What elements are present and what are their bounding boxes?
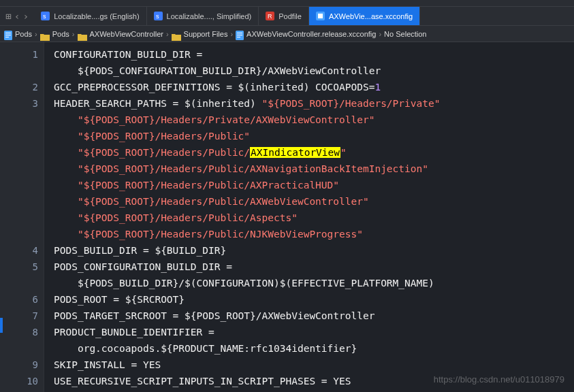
breadcrumb-bar: Pods›Pods›AXWebViewController›Support Fi… — [0, 26, 574, 42]
tab-3[interactable]: AXWebVie...ase.xcconfig — [309, 7, 420, 25]
line-number — [0, 63, 38, 79]
code-token: "${PODS_ROOT}/Headers/Private" — [262, 98, 441, 109]
code-token: GCC_PREPROCESSOR_DEFINITIONS = $(inherit… — [54, 82, 374, 93]
code-area[interactable]: CONFIGURATION_BUILD_DIR = ${PODS_CONFIGU… — [44, 42, 574, 392]
gutter-sidebar — [0, 42, 3, 392]
chevron-right-icon: › — [35, 26, 37, 42]
breadcrumb-item[interactable]: Pods — [4, 26, 32, 42]
line-number: 3 — [0, 95, 38, 112]
code-line[interactable]: "${PODS_ROOT}/Headers/Public/Aspects" — [54, 210, 574, 226]
code-token: PODS_ROOT = ${SRCROOT} — [54, 294, 185, 305]
line-number — [0, 275, 38, 291]
line-number: 6 — [0, 291, 38, 308]
tab-label: AXWebVie...ase.xcconfig — [329, 8, 413, 24]
tab-label: Podfile — [278, 8, 302, 24]
line-number — [0, 177, 38, 193]
code-token: HEADER_SEARCH_PATHS = $(inherited) — [54, 98, 262, 109]
code-token: SKIP_INSTALL = YES — [54, 359, 161, 370]
code-token: USE_RECURSIVE_SCRIPT_INPUTS_IN_SCRIPT_PH… — [54, 376, 351, 387]
breadcrumb-item[interactable]: Support Files — [172, 26, 228, 42]
code-line[interactable]: "${PODS_ROOT}/Headers/Public/AXPractical… — [54, 177, 574, 193]
code-token: AXIndicatorView — [250, 147, 340, 158]
code-line[interactable]: PRODUCT_BUNDLE_IDENTIFIER = — [54, 324, 574, 340]
folder-icon — [40, 30, 50, 37]
svg-rect-15 — [237, 37, 240, 37]
strings-file-icon: s — [154, 12, 163, 20]
code-token: ${PODS_CONFIGURATION_BUILD_DIR}/AXWebVie… — [54, 65, 381, 76]
nav-back-icon[interactable]: ‹ — [14, 8, 20, 24]
breadcrumb-label: Pods — [15, 26, 32, 42]
chevron-right-icon: › — [230, 26, 233, 42]
breadcrumb-item[interactable]: No Selection — [384, 26, 426, 42]
line-number: 4 — [0, 242, 38, 259]
code-token: "${PODS_ROOT}/Headers/Public/AXNavigatio… — [78, 163, 428, 174]
line-number: 7 — [0, 308, 38, 324]
code-line[interactable]: PODS_BUILD_DIR = ${BUILD_DIR} — [54, 242, 574, 259]
code-line[interactable]: PODS_ROOT = ${SRCROOT} — [54, 291, 574, 308]
breadcrumb-label: Pods — [52, 26, 69, 42]
svg-rect-14 — [237, 35, 242, 35]
code-line[interactable]: ${PODS_BUILD_DIR}/$(CONFIGURATION)$(EFFE… — [54, 275, 574, 291]
breadcrumb-label: No Selection — [384, 26, 426, 42]
code-token — [54, 131, 78, 142]
line-number: 10 — [0, 373, 38, 389]
code-token: "${PODS_ROOT}/Headers/Public" — [78, 131, 250, 142]
chevron-right-icon: › — [72, 26, 75, 42]
line-number: 1 — [0, 46, 38, 63]
svg-text:R: R — [268, 13, 272, 20]
code-token: "${PODS_ROOT}/Headers/Private/AXWebViewC… — [78, 114, 375, 125]
line-number — [0, 128, 38, 144]
code-line[interactable]: "${PODS_ROOT}/Headers/Public/AXNavigatio… — [54, 161, 574, 177]
code-token: "${PODS_ROOT}/Headers/Public/AXPractical… — [78, 180, 339, 191]
breadcrumb-item[interactable]: Pods — [40, 26, 69, 42]
tab-1[interactable]: sLocalizable...., Simplified) — [147, 7, 259, 25]
code-line[interactable]: CONFIGURATION_BUILD_DIR = — [54, 46, 574, 63]
code-line[interactable]: "${PODS_ROOT}/Headers/Public" — [54, 128, 574, 144]
line-number — [0, 340, 38, 357]
code-token — [54, 196, 78, 207]
file-icon — [236, 29, 244, 39]
code-line[interactable]: ${PODS_CONFIGURATION_BUILD_DIR}/AXWebVie… — [54, 63, 574, 79]
code-line[interactable]: HEADER_SEARCH_PATHS = $(inherited) "${PO… — [54, 95, 574, 112]
editor: 1234567891011 CONFIGURATION_BUILD_DIR = … — [0, 42, 574, 392]
code-token — [54, 180, 78, 191]
chevron-right-icon: › — [379, 26, 381, 42]
svg-rect-11 — [5, 37, 9, 37]
code-token: "${PODS_ROOT}/Headers/Public/NJKWebViewP… — [78, 229, 363, 240]
tab-2[interactable]: RPodfile — [259, 7, 309, 25]
nav-forward-icon[interactable]: › — [22, 8, 29, 24]
file-icon — [4, 29, 12, 39]
gutter-marker[interactable] — [0, 318, 3, 333]
code-token — [54, 212, 78, 223]
code-line[interactable]: GCC_PREPROCESSOR_DEFINITIONS = $(inherit… — [54, 79, 574, 95]
code-line[interactable]: "${PODS_ROOT}/Headers/Public/NJKWebViewP… — [54, 226, 574, 242]
code-line[interactable]: "${PODS_ROOT}/Headers/Public/AXIndicator… — [54, 144, 574, 161]
tab-nav-controls: ⊞ ‹ › — [0, 7, 34, 25]
code-token — [54, 163, 78, 174]
code-line[interactable]: PODS_TARGET_SRCROOT = ${PODS_ROOT}/AXWeb… — [54, 308, 574, 324]
folder-icon — [172, 30, 181, 37]
line-number — [0, 112, 38, 128]
top-toolbar — [0, 0, 574, 7]
code-token: CONFIGURATION_BUILD_DIR = — [54, 49, 202, 60]
tab-bar: ⊞ ‹ › sLocalizable....gs (English)sLocal… — [0, 7, 574, 26]
breadcrumb-item[interactable]: AXWebViewController.release.xcconfig — [236, 26, 376, 42]
watermark-text: https://blog.csdn.net/u011018979 — [434, 372, 564, 388]
code-token — [54, 147, 78, 158]
line-number: 5 — [0, 259, 38, 275]
code-line[interactable]: SKIP_INSTALL = YES — [54, 357, 574, 373]
breadcrumb-item[interactable]: AXWebViewController — [78, 26, 163, 42]
svg-rect-9 — [5, 33, 11, 33]
code-line[interactable]: "${PODS_ROOT}/Headers/Private/AXWebViewC… — [54, 112, 574, 128]
code-line[interactable]: org.cocoapods.${PRODUCT_NAME:rfc1034iden… — [54, 340, 574, 357]
svg-text:s: s — [43, 13, 46, 20]
line-number — [0, 226, 38, 242]
code-line[interactable] — [54, 389, 574, 392]
code-token: " — [340, 147, 347, 158]
line-number — [0, 193, 38, 210]
line-number: 9 — [0, 357, 38, 373]
code-line[interactable]: "${PODS_ROOT}/Headers/Public/AXWebViewCo… — [54, 193, 574, 210]
tab-0[interactable]: sLocalizable....gs (English) — [34, 7, 146, 25]
grid-icon[interactable]: ⊞ — [5, 8, 12, 24]
code-line[interactable]: PODS_CONFIGURATION_BUILD_DIR = — [54, 259, 574, 275]
